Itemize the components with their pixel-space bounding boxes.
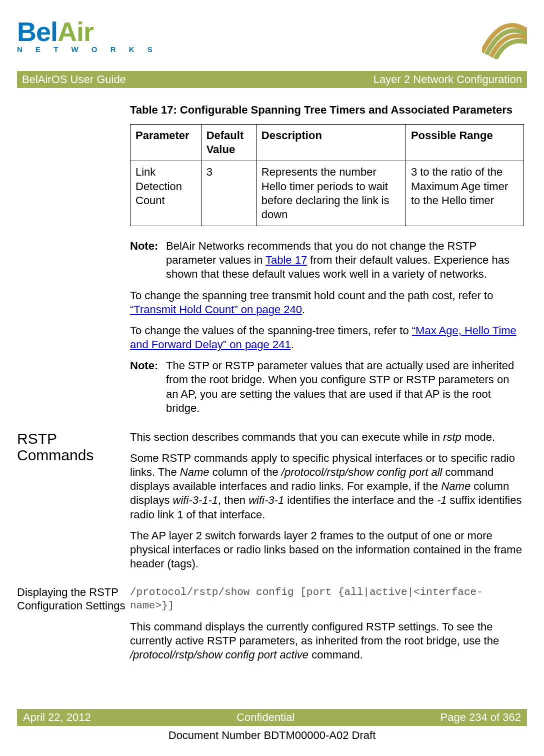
s2p1a: This command displays the currently conf… — [130, 620, 499, 647]
cell-default: 3 — [201, 161, 256, 226]
s1p2i4: wifi-3-1-1 — [173, 494, 218, 506]
header: BelAir N E T W O R K S — [17, 14, 527, 69]
footer-confidential: Confidential — [236, 711, 294, 724]
belair-logo: BelAir N E T W O R K S — [17, 14, 158, 54]
s1p2f: identifies the interface and the — [284, 494, 437, 506]
footer-bar: April 22, 2012 Confidential Page 234 of … — [17, 709, 527, 726]
s1p2i6: -1 — [437, 494, 447, 506]
logo-air-text: Air — [58, 17, 94, 47]
para2-pre: To change the values of the spanning-tre… — [130, 324, 412, 337]
link-transmit-hold[interactable]: “Transmit Hold Count” on page 240 — [130, 303, 302, 316]
title-bar: BelAirOS User Guide Layer 2 Network Conf… — [17, 71, 527, 88]
note-2: Note: The STP or RSTP parameter values t… — [130, 359, 524, 415]
swirl-icon — [482, 14, 527, 59]
s1p2b: column of the — [210, 466, 282, 478]
s1p2i5: wifi-3-1 — [248, 494, 284, 506]
code-show-config: /protocol/rstp/show config [port {all|ac… — [130, 586, 524, 613]
para-max-age: To change the values of the spanning-tre… — [130, 324, 524, 352]
s2p1b: command. — [308, 648, 363, 661]
rstp-layer2-para: The AP layer 2 switch forwards layer 2 f… — [130, 529, 524, 571]
s1p2e: , then — [218, 494, 248, 506]
para1-pre: To change the spanning tree transmit hol… — [130, 289, 493, 302]
table-row: Link Detection Count 3 Represents the nu… — [130, 161, 524, 226]
note-body: BelAir Networks recommends that you do n… — [166, 239, 524, 281]
th-description: Description — [256, 125, 406, 161]
title-right: Layer 2 Network Configuration — [374, 73, 522, 86]
note-body: The STP or RSTP parameter values that ar… — [166, 359, 524, 415]
s2p1i1: /protocol/rstp/show config port active — [130, 648, 308, 661]
cell-range: 3 to the ratio of the Maximum Age timer … — [406, 161, 524, 226]
note-label: Note: — [130, 239, 166, 281]
s1p1a: This section describes commands that you… — [130, 431, 443, 443]
logo-bel-text: Bel — [17, 17, 58, 47]
note-label: Note: — [130, 359, 166, 415]
doc-number: Document Number BDTM00000-A02 Draft — [0, 729, 544, 742]
th-default: Default Value — [201, 125, 256, 161]
cell-param: Link Detection Count — [130, 161, 202, 226]
s1p2i3: Name — [441, 480, 470, 492]
para1-post: . — [302, 303, 305, 316]
para-transmit-hold: To change the spanning tree transmit hol… — [130, 289, 524, 317]
th-parameter: Parameter — [130, 125, 202, 161]
cell-desc: Represents the number Hello timer period… — [256, 161, 406, 226]
logo-networks-text: N E T W O R K S — [17, 45, 158, 54]
table-header-row: Parameter Default Value Description Poss… — [130, 125, 524, 161]
para2-post: . — [291, 338, 294, 351]
footer-page: Page 234 of 362 — [440, 711, 521, 724]
rstp-name-column: Some RSTP commands apply to specific phy… — [130, 451, 524, 522]
s1p1b: mode. — [462, 431, 495, 443]
th-range: Possible Range — [406, 125, 524, 161]
s1p2i1: Name — [180, 466, 210, 478]
link-table17[interactable]: Table 17 — [266, 254, 307, 266]
s1p2i2: /protocol/rstp/show config port all — [282, 466, 442, 478]
heading-rstp-commands: RSTP Commands — [17, 430, 126, 463]
display-rstp-desc: This command displays the currently conf… — [130, 620, 524, 662]
rstp-intro: This section describes commands that you… — [130, 430, 524, 444]
heading-display-rstp: Displaying the RSTP Configuration Settin… — [17, 586, 126, 612]
footer-date: April 22, 2012 — [23, 711, 91, 724]
s1p1i: rstp — [443, 431, 462, 443]
title-left: BelAirOS User Guide — [22, 73, 126, 86]
params-table: Parameter Default Value Description Poss… — [130, 124, 524, 226]
note-1: Note: BelAir Networks recommends that yo… — [130, 239, 524, 281]
table-caption: Table 17: Configurable Spanning Tree Tim… — [130, 103, 524, 117]
